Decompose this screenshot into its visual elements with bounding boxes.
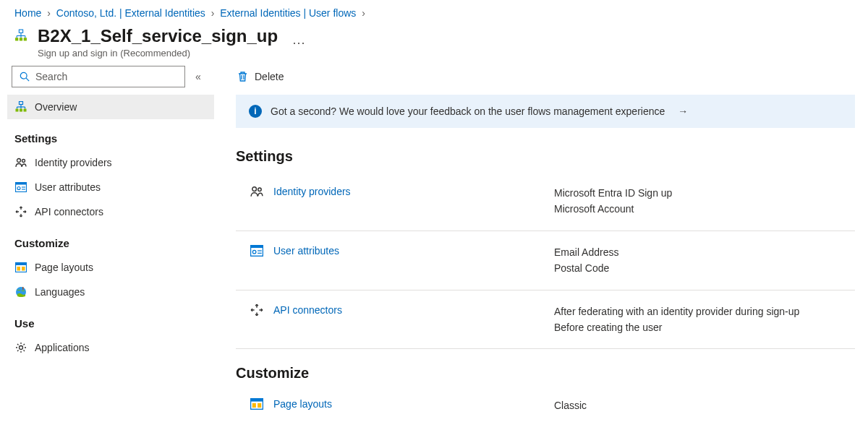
sidebar-item-languages[interactable]: Languages bbox=[7, 280, 214, 304]
chevron-right-icon: › bbox=[362, 7, 365, 19]
sidebar-item-label: Identity providers bbox=[35, 157, 112, 168]
link-page-layouts[interactable]: Page layouts bbox=[273, 398, 332, 410]
sidebar-group-settings: Settings bbox=[14, 132, 218, 145]
value-text: Before creating the user bbox=[554, 319, 855, 335]
page-header: B2X_1_Self_service_sign_up Sign up and s… bbox=[0, 23, 868, 66]
value-text: Classic bbox=[554, 397, 855, 413]
svg-rect-29 bbox=[17, 267, 21, 271]
svg-line-10 bbox=[26, 78, 29, 81]
link-api-connectors[interactable]: API connectors bbox=[273, 304, 342, 316]
svg-rect-46 bbox=[258, 403, 261, 408]
svg-rect-6 bbox=[15, 38, 18, 40]
crumb-flows[interactable]: External Identities | User flows bbox=[220, 7, 356, 19]
chevron-right-icon: › bbox=[47, 7, 51, 19]
crumb-org[interactable]: Contoso, Ltd. | External Identities bbox=[56, 7, 205, 19]
sidebar-item-label: Page layouts bbox=[35, 262, 93, 273]
layout-icon bbox=[14, 261, 27, 274]
link-user-attributes[interactable]: User attributes bbox=[273, 245, 339, 257]
page-title: B2X_1_Self_service_sign_up bbox=[38, 26, 278, 46]
svg-point-9 bbox=[20, 72, 27, 79]
users-icon bbox=[14, 156, 27, 169]
svg-point-37 bbox=[258, 188, 262, 191]
svg-rect-32 bbox=[22, 287, 24, 290]
svg-rect-23 bbox=[16, 183, 27, 185]
id-card-icon bbox=[14, 181, 27, 194]
sidebar-search[interactable] bbox=[12, 66, 185, 87]
layout-icon bbox=[250, 397, 263, 410]
main-content: Delete i Got a second? We would love you… bbox=[218, 66, 868, 422]
connectors-icon bbox=[250, 303, 263, 316]
search-input[interactable] bbox=[35, 71, 179, 82]
sidebar-item-api-connectors[interactable]: API connectors bbox=[7, 199, 214, 224]
gear-icon bbox=[14, 341, 27, 354]
row-api-connectors: API connectors After federating with an … bbox=[236, 290, 855, 350]
crumb-home[interactable]: Home bbox=[14, 7, 41, 19]
sidebar-item-label: Overview bbox=[35, 101, 77, 113]
connectors-icon bbox=[14, 205, 27, 218]
row-identity-providers: Identity providers Microsoft Entra ID Si… bbox=[236, 172, 855, 231]
section-heading-customize: Customize bbox=[236, 365, 855, 382]
row-user-attributes: User attributes Email Address Postal Cod… bbox=[236, 231, 855, 290]
value-text: Postal Code bbox=[554, 260, 855, 276]
svg-rect-45 bbox=[252, 403, 256, 408]
svg-rect-11 bbox=[20, 102, 23, 105]
globe-icon bbox=[14, 285, 27, 298]
users-icon bbox=[250, 185, 263, 198]
toolbar: Delete bbox=[236, 66, 855, 95]
trash-icon bbox=[236, 70, 249, 83]
id-card-icon bbox=[250, 244, 263, 257]
page-subtitle: Sign up and sign in (Recommended) bbox=[38, 48, 278, 59]
sidebar-group-use: Use bbox=[14, 317, 218, 330]
sidebar: « Overview Settings bbox=[0, 66, 218, 422]
sidebar-item-label: Applications bbox=[35, 342, 90, 353]
svg-rect-30 bbox=[22, 267, 25, 271]
sidebar-item-overview[interactable]: Overview bbox=[7, 95, 214, 119]
more-actions-button[interactable]: ⋯ bbox=[292, 35, 305, 51]
svg-point-20 bbox=[17, 159, 21, 163]
search-icon bbox=[18, 70, 31, 83]
svg-rect-17 bbox=[16, 109, 19, 112]
svg-rect-18 bbox=[20, 109, 22, 112]
svg-rect-19 bbox=[24, 109, 27, 112]
sidebar-item-user-attributes[interactable]: User attributes bbox=[7, 175, 214, 199]
collapse-sidebar-button[interactable]: « bbox=[195, 71, 201, 82]
value-text: Microsoft Account bbox=[554, 201, 855, 217]
svg-rect-8 bbox=[24, 38, 27, 40]
chevron-right-icon: › bbox=[211, 7, 215, 19]
svg-rect-39 bbox=[251, 245, 263, 247]
value-text: After federating with an identity provid… bbox=[554, 303, 855, 319]
user-flow-icon bbox=[14, 29, 27, 42]
svg-point-33 bbox=[20, 346, 23, 350]
delete-button[interactable]: Delete bbox=[236, 70, 284, 83]
overview-icon bbox=[14, 100, 27, 113]
svg-point-21 bbox=[22, 160, 25, 163]
section-heading-settings: Settings bbox=[236, 148, 855, 165]
link-identity-providers[interactable]: Identity providers bbox=[273, 186, 351, 197]
banner-text: Got a second? We would love your feedbac… bbox=[271, 106, 665, 117]
value-text: Microsoft Entra ID Sign up bbox=[554, 185, 855, 201]
sidebar-item-identity-providers[interactable]: Identity providers bbox=[7, 150, 214, 175]
row-page-layouts: Page layouts Classic bbox=[236, 389, 855, 422]
svg-rect-7 bbox=[20, 38, 22, 40]
svg-rect-44 bbox=[251, 399, 263, 402]
toolbar-label: Delete bbox=[255, 71, 284, 82]
sidebar-item-label: Languages bbox=[35, 286, 85, 298]
svg-rect-0 bbox=[19, 30, 22, 33]
feedback-banner[interactable]: i Got a second? We would love your feedb… bbox=[236, 95, 855, 128]
svg-point-36 bbox=[252, 187, 257, 191]
arrow-right-icon: → bbox=[678, 106, 688, 117]
value-text: Email Address bbox=[554, 244, 855, 260]
sidebar-item-label: API connectors bbox=[35, 206, 103, 218]
info-icon: i bbox=[249, 105, 262, 118]
sidebar-item-label: User attributes bbox=[35, 181, 101, 193]
sidebar-item-applications[interactable]: Applications bbox=[7, 335, 214, 360]
svg-rect-28 bbox=[16, 263, 27, 266]
sidebar-item-page-layouts[interactable]: Page layouts bbox=[7, 255, 214, 280]
breadcrumb: Home › Contoso, Ltd. | External Identiti… bbox=[0, 0, 868, 23]
sidebar-group-customize: Customize bbox=[14, 237, 218, 249]
